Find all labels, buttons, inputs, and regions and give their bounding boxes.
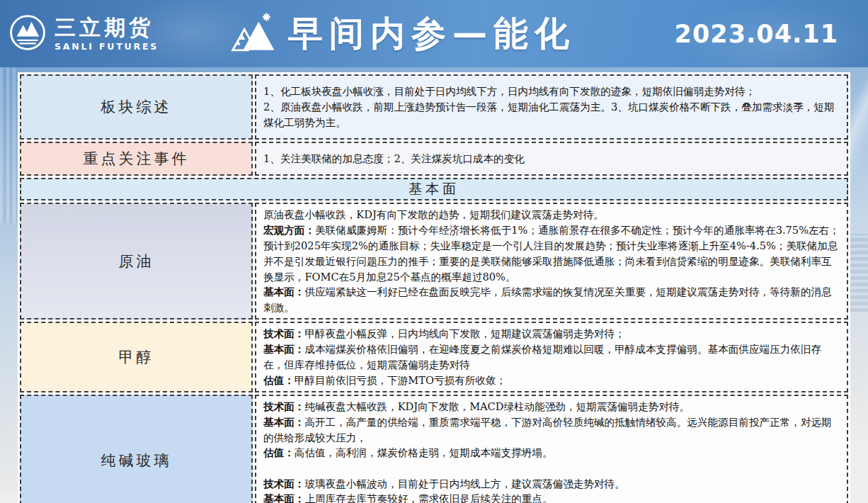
methanol-paragraph-fundamental: 基本面：成本端煤炭价格依旧偏弱，在迎峰度夏之前煤炭价格短期难以回暖，甲醇成本支撑… — [263, 341, 840, 373]
key-events-content-cell: 1、关注美联储的加息态度；2、关注煤炭坑口成本的变化 — [255, 142, 848, 176]
crude-paragraph-fundamental: 基本面：供应端紧缺这一利好已经在盘面反映完毕，后续需求端的恢复情况至关重要，短期… — [263, 284, 840, 315]
table-row-section-fundamentals: 基本面 — [20, 178, 848, 200]
blank-line — [263, 460, 840, 475]
row-label-overview: 板块综述 — [20, 74, 253, 140]
plant-photo-decoration — [0, 67, 18, 223]
report-title: 早间内参—能化 — [288, 11, 576, 57]
sanli-mountain-logo-icon — [8, 13, 47, 55]
soda-ash-glass-content-cell: 技术面：纯碱夜盘大幅收跌，KDJ向下发散，MACD绿柱动能强劲，短期震荡偏弱走势… — [255, 395, 848, 503]
section-header-fundamentals: 基本面 — [20, 178, 848, 200]
soda-paragraph-valuation: 估值：高估值，高利润，煤炭价格走弱，短期成本端支撑坍塌。 — [263, 445, 840, 460]
brand-name-en: SANLI FUTURES — [55, 42, 159, 51]
table-row-methanol: 甲醇 技术面：甲醇夜盘小幅反弹，日内均线向下发散，短期建议震荡偏弱走势对待； 基… — [20, 322, 848, 392]
row-label-crude-oil: 原油 — [20, 203, 253, 320]
crude-oil-content-cell: 原油夜盘小幅收跌，KDJ有向下发散的趋势，短期我们建议震荡走势对待。 宏观方面：… — [255, 203, 848, 320]
crude-paragraph: 原油夜盘小幅收跌，KDJ有向下发散的趋势，短期我们建议震荡走势对待。 — [263, 207, 840, 222]
logo-text: 三立期货 SANLI FUTURES — [55, 16, 159, 51]
row-label-key-events: 重点关注事件 — [20, 142, 253, 176]
row-label-methanol: 甲醇 — [20, 322, 253, 392]
methanol-paragraph-valuation: 估值：甲醇目前依旧亏损，下游MTO亏损有所收敛； — [263, 373, 840, 388]
table-row-soda-ash-glass: 纯碱玻璃 技术面：纯碱夜盘大幅收跌，KDJ向下发散，MACD绿柱动能强劲，短期震… — [20, 395, 848, 503]
key-events-paragraph: 1、关注美联储的加息态度；2、关注煤炭坑口成本的变化 — [263, 151, 840, 166]
report-table: 板块综述 1、化工板块夜盘小幅收涨，目前处于日内均线下方，日内均线有向下发散的迹… — [18, 72, 850, 503]
table-row-key-events: 重点关注事件 1、关注美联储的加息态度；2、关注煤炭坑口成本的变化 — [20, 142, 848, 176]
row-label-soda-ash-glass: 纯碱玻璃 — [20, 395, 253, 503]
overview-content-cell: 1、化工板块夜盘小幅收涨，目前处于日内均线下方，日内均线有向下发散的迹象，短期依… — [255, 74, 848, 140]
table-row-crude-oil: 原油 原油夜盘小幅收跌，KDJ有向下发散的趋势，短期我们建议震荡走势对待。 宏观… — [20, 203, 848, 320]
methanol-content-cell: 技术面：甲醇夜盘小幅反弹，日内均线向下发散，短期建议震荡偏弱走势对待； 基本面：… — [255, 322, 848, 392]
overview-paragraph: 1、化工板块夜盘小幅收涨，目前处于日内均线下方，日内均线有向下发散的迹象，短期依… — [263, 84, 840, 99]
company-logo: 三立期货 SANLI FUTURES — [8, 13, 175, 55]
page-background: 三立期货 SANLI FUTURES — [0, 0, 868, 503]
overview-paragraph: 2、原油夜盘小幅收跌，前期上涨趋势预计告一段落，短期油化工震荡为主。3、坑口煤炭… — [263, 99, 840, 130]
report-title-block: 早间内参—能化 — [230, 11, 576, 57]
methanol-paragraph-technical: 技术面：甲醇夜盘小幅反弹，日内均线向下发散，短期建议震荡偏弱走势对待； — [263, 326, 840, 341]
crude-paragraph-macro: 宏观方面：美联储威廉姆斯：预计今年经济增长将低于1%；通胀前景存在很多不确定性；… — [263, 222, 840, 285]
soda-paragraph-fundamental: 基本面：高开工，高产量的供给端，重质需求端平稳，下游对高价轻质纯碱的抵触情绪较高… — [263, 414, 840, 446]
brand-name-cn: 三立期货 — [55, 16, 159, 39]
mountain-peak-icon — [230, 12, 277, 56]
solar-panel-decoration — [850, 234, 868, 312]
glass-paragraph-fundamental: 基本面：上周库存去库节奏较好，需求依旧是后续关注的重点。 — [263, 491, 840, 503]
report-date: 2023.04.11 — [675, 20, 838, 48]
header-banner: 三立期货 SANLI FUTURES — [0, 0, 868, 67]
soda-paragraph-technical: 技术面：纯碱夜盘大幅收跌，KDJ向下发散，MACD绿柱动能强劲，短期震荡偏弱走势… — [263, 399, 840, 414]
table-row-overview: 板块综述 1、化工板块夜盘小幅收涨，目前处于日内均线下方，日内均线有向下发散的迹… — [20, 74, 848, 140]
glass-paragraph-technical: 技术面：玻璃夜盘小幅波动，目前处于日内均线上方，建议震荡偏强走势对待。 — [263, 476, 840, 492]
